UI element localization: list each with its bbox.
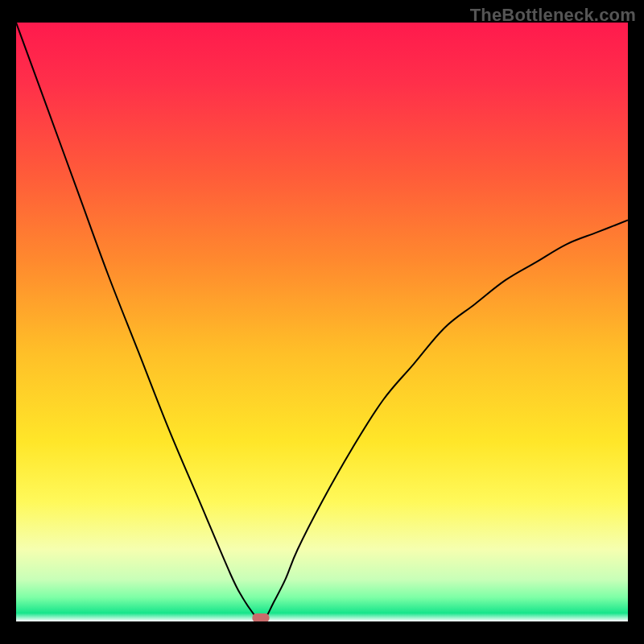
minimum-marker: [252, 613, 269, 621]
minimum-marker-layer: [16, 23, 628, 621]
watermark-text: TheBottleneck.com: [470, 5, 636, 26]
plot-area: [16, 23, 628, 621]
chart-frame: TheBottleneck.com: [0, 0, 644, 644]
